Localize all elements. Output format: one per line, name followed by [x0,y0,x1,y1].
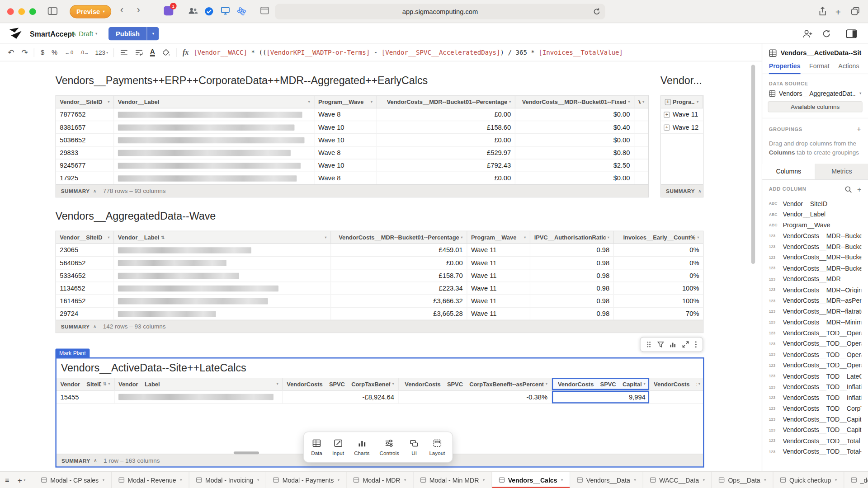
column-header[interactable]: VendorCosts__SPVC__CorpTaxBenefit▾ [283,378,399,390]
table-cell[interactable] [634,121,649,133]
table-cell[interactable]: 15455 [57,390,115,403]
table-cell[interactable]: Wave 11 [467,244,530,256]
page-tab-modal-revenue[interactable]: Modal - Revenue▾ [112,472,189,488]
table-cell[interactable]: 100% [614,282,703,294]
table-row[interactable]: 15455-£8,924.64-0.38%9,994 [57,390,703,404]
tab-overview-icon[interactable] [851,7,860,16]
table-row[interactable]: 29833Wave 8£529.97$0.80 [56,146,648,159]
table-cell[interactable]: $0.00 [515,172,634,184]
fill-color-button[interactable] [159,48,173,56]
align-button[interactable] [117,49,132,56]
table-cell[interactable] [634,146,649,159]
table-cell[interactable]: 0.98 [530,269,614,282]
table-cell[interactable]: 0.98 [530,257,614,269]
table-cell[interactable]: $0.80 [515,146,634,159]
table-cell[interactable] [114,160,314,172]
summary-bar[interactable]: SUMMARY ∧ [661,184,703,197]
table-cell[interactable]: 1614652 [56,295,114,307]
table-row[interactable]: 9245677Wave 10£792.43$2.50 [56,160,648,172]
table-cell[interactable]: Wave 11 [467,269,530,282]
table-cell[interactable] [114,308,331,320]
table-cell[interactable] [114,108,314,121]
column-header[interactable]: Program__Wave▾ [467,231,530,244]
table-row[interactable]: 1134652£223.34Wave 110.98100% [56,282,703,295]
column-header[interactable]: VendorCosts__SPVC__Capital▾ [552,378,650,390]
table-cell[interactable]: £3,666.32 [331,295,467,307]
tab-actions[interactable]: Actions [838,61,859,74]
table-cell[interactable]: 1134652 [56,282,114,294]
drag-handle-icon[interactable] [646,341,651,348]
summary-bar[interactable]: SUMMARY ∧ 778 rows – 93 columns [56,184,648,197]
extension-icon-check[interactable] [204,7,214,16]
table-cell[interactable]: Wave 10 [315,160,377,172]
collapse-icon[interactable]: ∧ [93,324,96,329]
tab-properties[interactable]: Properties [769,61,801,74]
table-row[interactable]: 17925Wave 8£0.00$0.00 [56,172,648,185]
table-cell[interactable]: 0.98 [530,282,614,294]
browser-sidebar-icon[interactable] [47,7,57,15]
column-item[interactable]: 123VendorCosts__MDR--Bucket0... [762,263,868,273]
create-chart-icon[interactable] [670,341,677,348]
dock-item-layout[interactable]: Layout [429,438,445,456]
page-tab-modal-payments[interactable]: Modal - Payments▾ [266,472,347,488]
column-item[interactable]: 123VendorCosts__MDR--flatrate [762,306,868,317]
table-cell[interactable]: £223.34 [331,282,467,294]
table-row[interactable]: 29724£3,665.28Wave 110.9870% [56,308,703,320]
table-row[interactable]: 7877652Wave 8£0.00$0.00 [56,108,648,121]
table-cell[interactable]: 100% [614,295,703,307]
column-item[interactable]: ABCVendor__Label [762,209,868,220]
column-header[interactable]: IPVC__AuthorisationRatio▾ [530,231,614,244]
column-item[interactable]: 123VendorCosts__TOD__Operati... [762,328,868,338]
table-cell[interactable]: 0% [614,244,703,256]
column-header[interactable]: Invoices__Early__Count%▾ [614,231,703,244]
horizontal-scrollbar-thumb[interactable] [234,451,259,454]
table-cell[interactable]: 0.98 [530,244,614,256]
table-cell[interactable]: Wave 10 [315,121,377,133]
expand-icon[interactable]: + [665,99,671,105]
summary-bar[interactable]: SUMMARY ∧ 142 rows – 93 columns [56,320,703,333]
dock-item-input[interactable]: Input [332,438,344,456]
column-header[interactable]: Vendor__Label▾ [114,96,314,108]
table-row[interactable]: + Wave 11 [661,108,703,121]
undo-button[interactable]: ↶ [5,48,18,57]
page-tab-modal-cp-sales[interactable]: Modal - CP sales▾ [34,472,112,488]
table-cell[interactable]: 0% [614,257,703,269]
table-cell[interactable]: £3,665.28 [331,308,467,320]
table-cell[interactable]: Wave 10 [315,134,377,146]
table-title[interactable]: Vendors__Payments++ERP++CorporateData++M… [55,75,428,87]
table-cell[interactable]: £0.00 [331,257,467,269]
page-tab-ops-data[interactable]: Ops__Data▾ [712,472,774,488]
column-header[interactable]: VendorCosts__MDR--Bucket01--Fixed▾ [515,96,634,108]
table-cell[interactable]: Wave 11 [467,308,530,320]
column-item[interactable]: 123VendorCosts__MDR--Bucket0... [762,230,868,241]
table-cell[interactable]: -£8,924.64 [283,390,399,403]
table-title[interactable]: Vendor... [660,75,704,87]
extension-icon-window[interactable] [260,7,269,14]
table-cell[interactable] [114,172,314,184]
table-cell[interactable]: Wave 11 [467,282,530,294]
minimize-window-button[interactable] [18,8,25,15]
column-header[interactable]: + Progra... ▾ [661,96,703,108]
tab-metrics[interactable]: Metrics [816,164,868,179]
table-cell[interactable]: 9245677 [56,160,114,172]
table-cell[interactable] [650,390,704,403]
table-cell[interactable]: -0.38% [399,390,552,403]
text-wrap-button[interactable] [132,49,146,56]
share-users-icon[interactable] [803,29,813,38]
column-header[interactable]: VendorCosts__SPV▾ [650,378,704,390]
table-cell[interactable]: £529.97 [377,146,515,159]
expand-icon[interactable]: + [664,124,670,130]
column-header[interactable]: Vendor__SiteID⇅▾ [57,378,115,390]
add-column-icon[interactable]: + [857,185,861,193]
table-cell[interactable] [114,257,331,269]
table-cell[interactable]: 23065 [56,244,114,256]
address-bar[interactable]: app.sigmacomputing.com [275,4,605,19]
table-cell[interactable]: Wave 11 [467,257,530,269]
table-cell[interactable]: 8381657 [56,121,114,133]
column-item[interactable]: 123VendorCosts__TOD__Inflatio... [762,392,868,403]
column-item[interactable]: 123VendorCosts__MDR--Original [762,284,868,295]
extension-icon-display[interactable] [221,7,230,15]
table-cell[interactable]: 70% [614,308,703,320]
available-columns-button[interactable]: Available columns [768,101,862,112]
column-item[interactable]: 123VendorCosts__MDR--asPercent [762,295,868,306]
